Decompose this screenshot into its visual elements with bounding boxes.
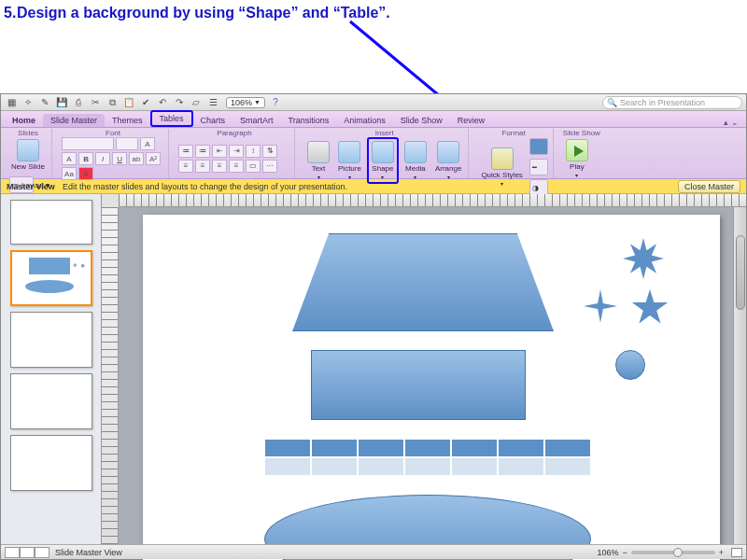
open-icon[interactable]: ✎ <box>38 96 51 109</box>
table-object[interactable] <box>264 439 591 476</box>
ruler-corner <box>102 194 119 207</box>
instruction-number: 5. <box>4 5 16 21</box>
media-button[interactable]: Media▾ <box>402 139 430 182</box>
zoom-slider[interactable]: 106% − + <box>597 548 742 557</box>
horizontal-ruler[interactable] <box>119 194 746 207</box>
group-insert: Insert Text▾ Picture▾ Shape▾ Media▾ <box>301 129 469 178</box>
powerpoint-window: ▦ ✧ ✎ 💾 ⎙ ✂ ⧉ 📋 ✔ ↶ ↷ ▱ ☰ 106% ▼ ? 🔍 Sea… <box>0 93 747 560</box>
quick-styles-button[interactable]: Quick Styles▾ <box>478 146 525 189</box>
slides-icon[interactable]: ☰ <box>206 96 219 109</box>
group-title-slideshow: Slide Show <box>563 129 600 137</box>
shape-circle[interactable] <box>615 350 645 380</box>
quick-styles-icon <box>491 147 514 170</box>
shape-trapezoid[interactable] <box>292 233 554 331</box>
instruction-text: Design a background by using “Shape” and… <box>17 5 390 21</box>
close-master-button[interactable]: Close Master <box>678 180 740 193</box>
layout-thumbnail[interactable] <box>10 373 92 429</box>
picture-icon <box>338 141 360 163</box>
font-controls[interactable]: AA BIU abA²Aa A <box>62 137 164 180</box>
group-title-font: Font <box>62 129 164 137</box>
tab-slide-show[interactable]: Slide Show <box>393 114 450 127</box>
play-icon <box>566 139 588 161</box>
shape-4point-star[interactable] <box>584 289 617 323</box>
tab-tables[interactable]: Tables <box>150 110 193 127</box>
zoom-in-icon[interactable]: + <box>719 548 724 557</box>
group-format: Format Quick Styles▾ ━ ◑ <box>474 129 553 178</box>
ribbon-body: Slides New Slide ▭ Layout ▾ ▤ Section ▾ … <box>1 128 746 179</box>
zoom-value: 106% <box>231 98 252 107</box>
search-input[interactable]: 🔍 Search in Presentation <box>602 96 742 109</box>
layout-thumbnail[interactable] <box>10 435 92 491</box>
tab-themes[interactable]: Themes <box>105 114 150 127</box>
master-thumbnail[interactable] <box>10 200 92 245</box>
scrollbar-thumb[interactable] <box>736 235 745 310</box>
new-slide-icon <box>17 139 39 161</box>
help-icon[interactable]: ? <box>269 96 282 109</box>
group-title-insert: Insert <box>304 129 464 137</box>
menu-icon[interactable]: ▦ <box>5 96 18 109</box>
zoom-label: 106% <box>597 548 618 557</box>
slideshow-icon[interactable]: ▱ <box>190 96 203 109</box>
group-slides: Slides New Slide ▭ Layout ▾ ▤ Section ▾ <box>5 129 52 178</box>
new-slide-button[interactable]: New Slide <box>8 137 48 173</box>
tab-transitions[interactable]: Transitions <box>281 114 337 127</box>
vertical-ruler[interactable] <box>102 207 119 544</box>
line-dropdown[interactable]: ━ <box>529 159 548 175</box>
picture-button[interactable]: Picture▾ <box>335 139 364 182</box>
master-view-message: Edit the master slides and layouts to ch… <box>63 182 347 191</box>
copy-icon[interactable]: ⧉ <box>106 96 119 109</box>
new-icon[interactable]: ✧ <box>21 96 35 109</box>
save-icon[interactable]: 💾 <box>55 96 68 109</box>
master-view-title: Master View <box>7 182 55 191</box>
group-title-format: Format <box>478 129 548 137</box>
collapse-ribbon-icon[interactable]: ▴ ⌄ <box>724 118 742 127</box>
layout-thumbnail-selected[interactable]: ✦ ● <box>10 250 92 306</box>
paragraph-controls[interactable]: ≔≔⇤⇥↕⇅ ≡≡≡≡▭⋯ <box>178 145 290 173</box>
fill-dropdown[interactable] <box>529 138 548 155</box>
ribbon-tabs: Home Slide Master Themes Tables Charts S… <box>1 111 746 128</box>
cut-icon[interactable]: ✂ <box>89 96 102 109</box>
status-mode-text: Slide Master View <box>55 548 122 557</box>
shape-sun[interactable] <box>623 238 664 279</box>
group-title-paragraph: Paragraph <box>178 129 290 138</box>
workspace: ✦ ● <box>1 194 746 544</box>
undo-icon[interactable]: ↶ <box>156 96 169 109</box>
shape-5point-star[interactable] <box>631 289 669 327</box>
tab-slide-master[interactable]: Slide Master <box>43 114 105 127</box>
text-box-icon <box>307 141 330 163</box>
tab-charts[interactable]: Charts <box>193 114 233 127</box>
group-slideshow: Slide Show Play▾ <box>559 129 604 178</box>
group-title-slides: Slides <box>8 129 48 137</box>
layout-thumbnail[interactable] <box>10 312 92 368</box>
redo-icon[interactable]: ↷ <box>173 96 186 109</box>
text-button[interactable]: Text▾ <box>304 139 332 182</box>
tab-home[interactable]: Home <box>5 114 43 127</box>
quick-access-toolbar: ▦ ✧ ✎ 💾 ⎙ ✂ ⧉ 📋 ✔ ↶ ↷ ▱ ☰ 106% ▼ ? 🔍 Sea… <box>1 94 746 111</box>
tab-smartart[interactable]: SmartArt <box>233 114 281 127</box>
shape-button[interactable]: Shape▾ <box>367 137 399 184</box>
tab-animations[interactable]: Animations <box>336 114 393 127</box>
shape-rectangle[interactable] <box>311 350 526 420</box>
shape-icon <box>372 141 394 163</box>
view-switcher[interactable] <box>5 547 49 558</box>
tab-review[interactable]: Review <box>450 114 493 127</box>
arrange-icon <box>437 141 459 163</box>
sorter-view-icon[interactable] <box>20 547 35 558</box>
format-painter-icon[interactable]: ✔ <box>139 96 152 109</box>
status-bar: Slide Master View 106% − + <box>1 544 746 559</box>
zoom-dropdown[interactable]: 106% ▼ <box>226 97 265 108</box>
arrange-button[interactable]: Arrange▾ <box>432 139 464 182</box>
fit-window-icon[interactable] <box>731 548 742 557</box>
play-button[interactable]: Play▾ <box>563 137 591 180</box>
vertical-scrollbar[interactable] <box>733 207 746 544</box>
paste-icon[interactable]: 📋 <box>122 96 135 109</box>
slide-canvas-area <box>102 194 746 544</box>
print-icon[interactable]: ⎙ <box>72 96 85 109</box>
slide-thumbnail-pane[interactable]: ✦ ● <box>1 194 102 544</box>
presenter-view-icon[interactable] <box>35 547 49 558</box>
media-icon <box>404 141 427 163</box>
zoom-knob[interactable] <box>673 548 683 557</box>
zoom-out-icon[interactable]: − <box>622 548 627 557</box>
normal-view-icon[interactable] <box>5 547 20 558</box>
slide-canvas[interactable] <box>143 215 720 560</box>
